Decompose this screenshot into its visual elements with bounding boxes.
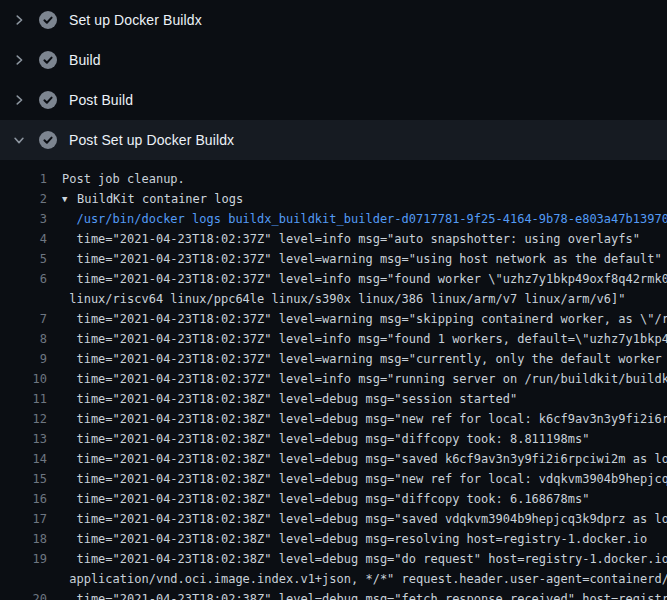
line-number[interactable]: 17 <box>0 509 47 529</box>
log-text: time="2021-04-23T18:02:38Z" level=debug … <box>62 469 667 489</box>
log-text: time="2021-04-23T18:02:37Z" level=warnin… <box>62 309 667 329</box>
line-number[interactable]: 1 <box>0 169 47 189</box>
check-circle-icon <box>39 131 57 149</box>
log-text: time="2021-04-23T18:02:37Z" level=warnin… <box>62 349 667 369</box>
log-text: time="2021-04-23T18:02:38Z" level=debug … <box>62 449 667 469</box>
log-text: time="2021-04-23T18:02:38Z" level=debug … <box>62 489 589 509</box>
log-line: 5 time="2021-04-23T18:02:37Z" level=warn… <box>0 249 667 269</box>
step-list: Set up Docker Buildx Build Post Build <box>0 0 667 160</box>
chevron-right-icon <box>12 13 26 27</box>
line-number[interactable]: 12 <box>0 409 47 429</box>
log-text: linux/riscv64 linux/ppc64le linux/s390x … <box>62 289 626 309</box>
log-line: 17 time="2021-04-23T18:02:38Z" level=deb… <box>0 509 667 529</box>
line-number[interactable]: 13 <box>0 429 47 449</box>
step-label: Set up Docker Buildx <box>69 12 202 28</box>
caret-down-icon[interactable]: ▼ <box>62 189 77 209</box>
log-text: time="2021-04-23T18:02:38Z" level=debug … <box>62 409 667 429</box>
log-text: time="2021-04-23T18:02:38Z" level=debug … <box>62 389 517 409</box>
line-number[interactable] <box>0 289 47 309</box>
log-line: 16 time="2021-04-23T18:02:38Z" level=deb… <box>0 489 667 509</box>
log-line: 2 ▼ BuildKit container logs <box>0 189 667 209</box>
log-text: time="2021-04-23T18:02:38Z" level=debug … <box>62 549 667 569</box>
log-text: application/vnd.oci.image.index.v1+json,… <box>62 569 667 589</box>
line-number[interactable]: 8 <box>0 329 47 349</box>
log-line: 12 time="2021-04-23T18:02:38Z" level=deb… <box>0 409 667 429</box>
log-line: 11 time="2021-04-23T18:02:38Z" level=deb… <box>0 389 667 409</box>
actions-log-viewer: Set up Docker Buildx Build Post Build <box>0 0 667 600</box>
log-line: 6 time="2021-04-23T18:02:37Z" level=info… <box>0 269 667 289</box>
log-text: time="2021-04-23T18:02:38Z" level=debug … <box>62 589 667 600</box>
log-text: time="2021-04-23T18:02:37Z" level=info m… <box>62 269 667 289</box>
log-text: BuildKit container logs <box>77 189 243 209</box>
log-line: 13 time="2021-04-23T18:02:38Z" level=deb… <box>0 429 667 449</box>
log-text: time="2021-04-23T18:02:37Z" level=info m… <box>62 229 640 249</box>
line-number[interactable]: 15 <box>0 469 47 489</box>
log-text: time="2021-04-23T18:02:38Z" level=debug … <box>62 429 589 449</box>
log-text: time="2021-04-23T18:02:37Z" level=info m… <box>62 329 667 349</box>
log-line: application/vnd.oci.image.index.v1+json,… <box>0 569 667 589</box>
line-number[interactable]: 4 <box>0 229 47 249</box>
log-text: time="2021-04-23T18:02:37Z" level=warnin… <box>62 249 662 269</box>
line-number[interactable]: 6 <box>0 269 47 289</box>
line-number[interactable]: 5 <box>0 249 47 269</box>
line-number[interactable]: 14 <box>0 449 47 469</box>
check-circle-icon <box>39 91 57 109</box>
log-line: 9 time="2021-04-23T18:02:37Z" level=warn… <box>0 349 667 369</box>
log-line: 8 time="2021-04-23T18:02:37Z" level=info… <box>0 329 667 349</box>
log-text: time="2021-04-23T18:02:38Z" level=debug … <box>62 509 667 529</box>
log-line: 10 time="2021-04-23T18:02:37Z" level=inf… <box>0 369 667 389</box>
log-line: 14 time="2021-04-23T18:02:38Z" level=deb… <box>0 449 667 469</box>
line-number[interactable]: 3 <box>0 209 47 229</box>
line-number[interactable]: 20 <box>0 589 47 600</box>
log-line: 18 time="2021-04-23T18:02:38Z" level=deb… <box>0 529 667 549</box>
line-number[interactable]: 16 <box>0 489 47 509</box>
line-number[interactable]: 2 <box>0 189 47 209</box>
line-number[interactable]: 18 <box>0 529 47 549</box>
line-number[interactable]: 9 <box>0 349 47 369</box>
log-line: 1 Post job cleanup. <box>0 169 667 189</box>
chevron-right-icon <box>12 53 26 67</box>
step-label: Post Build <box>69 92 133 108</box>
chevron-right-icon <box>12 93 26 107</box>
step-row-post-build[interactable]: Post Build <box>0 80 667 120</box>
step-label: Build <box>69 52 101 68</box>
check-circle-icon <box>39 11 57 29</box>
log-line: 20 time="2021-04-23T18:02:38Z" level=deb… <box>0 589 667 600</box>
log-text: /usr/bin/docker logs buildx_buildkit_bui… <box>62 209 667 229</box>
log-line: 3 /usr/bin/docker logs buildx_buildkit_b… <box>0 209 667 229</box>
line-number[interactable]: 11 <box>0 389 47 409</box>
step-row-build[interactable]: Build <box>0 40 667 80</box>
log-line: linux/riscv64 linux/ppc64le linux/s390x … <box>0 289 667 309</box>
log-text: Post job cleanup. <box>62 169 185 189</box>
step-row-set-up-docker-buildx[interactable]: Set up Docker Buildx <box>0 0 667 40</box>
log-line: 7 time="2021-04-23T18:02:37Z" level=warn… <box>0 309 667 329</box>
log-line: 19 time="2021-04-23T18:02:38Z" level=deb… <box>0 549 667 569</box>
log-output: 1 Post job cleanup. 2 ▼ BuildKit contain… <box>0 160 667 600</box>
line-number[interactable]: 19 <box>0 549 47 569</box>
log-line: 15 time="2021-04-23T18:02:38Z" level=deb… <box>0 469 667 489</box>
line-number[interactable]: 7 <box>0 309 47 329</box>
chevron-down-icon <box>12 133 26 147</box>
log-text: time="2021-04-23T18:02:37Z" level=info m… <box>62 369 667 389</box>
log-line: 4 time="2021-04-23T18:02:37Z" level=info… <box>0 229 667 249</box>
check-circle-icon <box>39 51 57 69</box>
log-text: time="2021-04-23T18:02:38Z" level=debug … <box>62 529 647 549</box>
line-number[interactable] <box>0 569 47 589</box>
step-label: Post Set up Docker Buildx <box>69 132 234 148</box>
step-row-post-set-up-docker-buildx[interactable]: Post Set up Docker Buildx <box>0 120 667 160</box>
line-number[interactable]: 10 <box>0 369 47 389</box>
